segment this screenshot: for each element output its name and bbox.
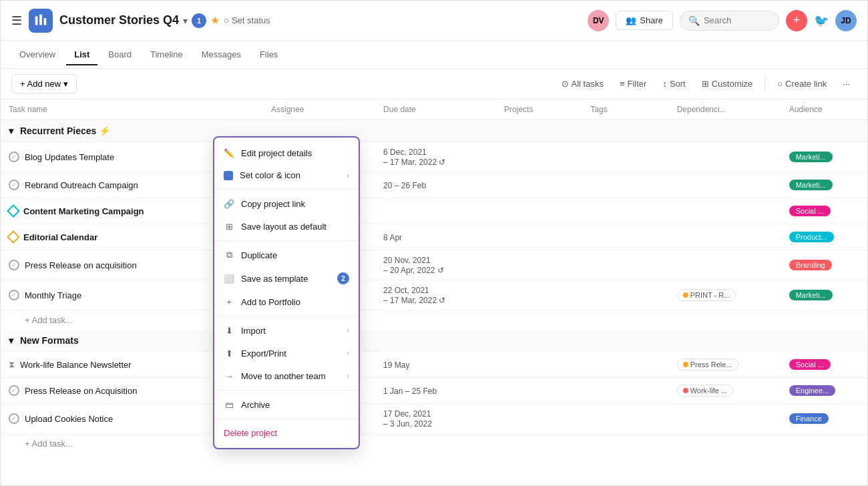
collapse-arrow-new-formats[interactable]: ▾ [9, 335, 13, 346]
task-status-icon [9, 152, 19, 162]
menu-item-save-template[interactable]: ⬜ Save as template 2 [214, 266, 359, 290]
task-row[interactable]: Editorial Calendar KN Kevin New... 8 Apr [1, 224, 867, 250]
project-dropdown-icon[interactable]: ▾ [183, 15, 188, 26]
tab-files[interactable]: Files [252, 44, 286, 65]
audience-tag: Enginee... [789, 385, 836, 396]
task-name: Upload Cookies Notice [25, 414, 113, 424]
customize-button[interactable]: ⊞ Customize [695, 75, 759, 92]
search-input[interactable] [704, 15, 771, 25]
create-link-button[interactable]: ○ Create link [771, 75, 833, 92]
audience-tag: Branding [789, 260, 832, 270]
menu-item-duplicate[interactable]: ⧉ Duplicate [214, 244, 359, 266]
menu-item-move-team[interactable]: → Move to another team › [214, 364, 359, 387]
menu-divider-1 [214, 189, 359, 190]
section-recurrent-pieces: ▾ Recurrent Pieces ⚡ [1, 120, 867, 142]
top-bar: ☰ Customer Stories Q4 ▾ 1 ★ Set status D… [1, 1, 867, 41]
toolbar-right: ⊙ All tasks ≡ Filter ↕ Sort ⊞ Customize … [555, 75, 857, 92]
menu-divider-3 [214, 316, 359, 316]
star-icon[interactable]: ★ [210, 14, 220, 27]
task-row[interactable]: ⧗ Work-life Balance Newsletter JS Jamie … [1, 352, 867, 378]
menu-item-import[interactable]: ⬇ Import › [214, 319, 359, 342]
share-icon: 👥 [626, 15, 636, 25]
task-name: Blog Updates Template [25, 152, 114, 162]
filter-icon: ≡ [620, 79, 625, 89]
task-row[interactable]: Press Release on Acquisition RR Roger Ra… [1, 378, 867, 404]
tab-overview[interactable]: Overview [11, 44, 63, 65]
date-cell: 17 Dec, 2021– 3 Jun, 2022 [383, 409, 432, 429]
date-cell: 6 Dec, 2021– 17 Mar, 2022 ↺ [383, 148, 445, 167]
date-cell: 19 May [383, 360, 409, 370]
section-recurrent-label: Recurrent Pieces [20, 126, 96, 136]
more-button[interactable]: ··· [836, 75, 857, 92]
duplicate-icon: ⧉ [224, 250, 234, 260]
toolbar-divider [765, 77, 765, 91]
task-row[interactable]: Press Release on acquisition M Margo 20 … [1, 250, 867, 280]
task-status-icon [9, 260, 19, 270]
table-wrapper: Task name Assignee Due date Projects Tag… [1, 99, 867, 485]
tab-messages[interactable]: Messages [194, 44, 249, 65]
all-tasks-button[interactable]: ⊙ All tasks [555, 75, 610, 92]
menu-label-duplicate: Duplicate [241, 250, 277, 260]
share-label: Share [640, 15, 663, 25]
tab-timeline[interactable]: Timeline [142, 44, 191, 65]
sort-label: Sort [670, 79, 686, 89]
add-new-arrow: ▾ [63, 79, 68, 89]
task-row[interactable]: Blog Updates Template DV Daniela Var... … [1, 142, 867, 172]
collapse-arrow-recurrent[interactable]: ▾ [9, 126, 13, 136]
menu-label-delete: Delete project [224, 428, 277, 438]
dep-dot [683, 388, 688, 393]
add-task-row[interactable]: + Add task... [1, 310, 867, 330]
task-row[interactable]: Upload Cookies Notice JD Justin Dean 17 … [1, 404, 867, 434]
add-task-row-2[interactable]: + Add task... [1, 434, 867, 454]
task-row[interactable]: Monthly Triage MF Moses Fidel 22 Oct, 20… [1, 280, 867, 310]
col-header-task-name: Task name [1, 99, 263, 120]
sort-icon: ↕ [662, 79, 667, 89]
menu-label-save-layout: Save layout as default [241, 222, 327, 232]
menu-item-save-layout[interactable]: ⊞ Save layout as default [214, 215, 359, 238]
audience-tag: Marketi... [789, 180, 833, 190]
share-button[interactable]: 👥 Share [616, 11, 673, 30]
menu-item-edit-project[interactable]: ✏️ Edit project details [214, 142, 359, 164]
menu-label-move-team: Move to another team [241, 371, 325, 381]
section-recurrent-emoji: ⚡ [99, 126, 110, 136]
menu-item-set-color[interactable]: Set color & icon › [214, 164, 359, 186]
dependency-tag: Work-life ... [677, 385, 733, 397]
user-avatar-2[interactable]: JD [835, 10, 857, 31]
add-new-button[interactable]: + Add new ▾ [11, 74, 77, 93]
hamburger-menu-icon[interactable]: ☰ [11, 13, 22, 28]
menu-label-save-template: Save as template [241, 274, 308, 284]
menu-item-delete[interactable]: Delete project [214, 422, 359, 444]
task-name: Monthly Triage [25, 290, 81, 300]
project-badge: 1 [192, 13, 206, 28]
filter-button[interactable]: ≡ Filter [613, 75, 653, 92]
more-icon: ··· [843, 79, 850, 89]
col-header-projects: Projects [496, 99, 582, 120]
search-box[interactable]: 🔍 [680, 11, 779, 31]
menu-item-add-portfolio[interactable]: + Add to Portfolio [214, 290, 359, 313]
menu-label-add-portfolio: Add to Portfolio [241, 297, 300, 307]
menu-item-archive[interactable]: 🗃 Archive [214, 393, 359, 416]
task-row[interactable]: Rebrand Outreach Campaign DV Daniela Var… [1, 172, 867, 198]
task-status-icon [9, 413, 19, 424]
tab-board[interactable]: Board [100, 44, 140, 65]
plus-icon: + [224, 296, 234, 307]
sort-button[interactable]: ↕ Sort [656, 75, 692, 92]
task-status-icon [9, 180, 19, 190]
user-avatar-1[interactable]: DV [588, 10, 609, 31]
export-icon: ⬆ [224, 348, 234, 358]
menu-item-export[interactable]: ⬆ Export/Print › [214, 342, 359, 364]
app-logo [29, 9, 53, 33]
task-row[interactable]: Content Marketing Campaign AA Ahmet Asla… [1, 198, 867, 224]
set-status-button[interactable]: Set status [224, 15, 270, 25]
task-name: Press Release on acquisition [25, 260, 137, 270]
task-name: Work-life Balance Newsletter [20, 360, 132, 370]
submenu-arrow: › [347, 171, 349, 180]
menu-item-copy-link[interactable]: 🔗 Copy project link [214, 192, 359, 215]
tab-list[interactable]: List [66, 44, 97, 65]
menu-label-edit-project: Edit project details [241, 148, 312, 158]
add-button[interactable]: + [786, 10, 807, 31]
col-header-tags: Tags [582, 99, 668, 120]
menu-divider-4 [214, 390, 359, 391]
top-bar-right: DV 👥 Share 🔍 + 🐦 JD [588, 10, 857, 31]
import-submenu-arrow: › [347, 326, 349, 335]
